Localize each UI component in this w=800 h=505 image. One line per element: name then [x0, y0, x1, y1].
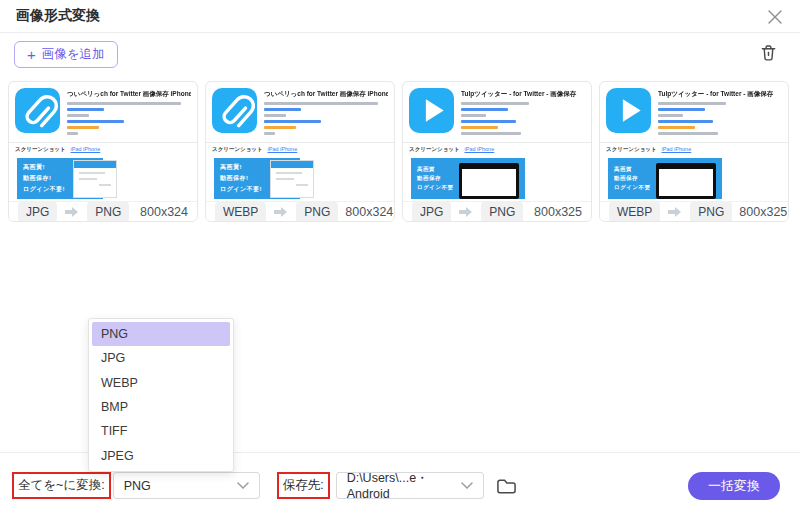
thumb-app-title: Tulpツイッター - for Twitter - 画像保存: [461, 90, 585, 99]
conversion-row: WEBP PNG 800x325: [600, 201, 788, 222]
dialog-title: 画像形式変換: [16, 7, 100, 25]
source-format-chip: JPG: [18, 202, 57, 222]
image-thumbnail: ついペリっch for Twitter 画像保存 iPhone対応 スクリーンシ…: [9, 82, 197, 201]
target-format-chip: PNG: [481, 202, 523, 222]
arrow-right-icon: [667, 206, 683, 218]
screenshot-links: iPad iPhone: [71, 146, 101, 152]
add-image-label: 画像を追加: [42, 46, 105, 63]
thumb-app-title: ついペリっch for Twitter 画像保存 iPhone対応: [264, 90, 388, 99]
toolbar: + 画像を追加: [0, 33, 800, 68]
menu-item-bmp[interactable]: BMP: [89, 395, 233, 419]
add-image-button[interactable]: + 画像を追加: [14, 41, 118, 68]
dialog-header: 画像形式変換: [0, 0, 800, 33]
source-format-chip: WEBP: [609, 202, 660, 222]
thumb-app-title: ついペリっch for Twitter 画像保存 iPhone対応: [67, 90, 191, 99]
image-format-convert-dialog: 画像形式変換 + 画像を追加: [0, 0, 800, 505]
menu-item-jpg[interactable]: JPG: [89, 346, 233, 370]
target-format-chip: PNG: [690, 202, 732, 222]
screenshot-label: スクリーンショット: [409, 146, 460, 153]
app-store-text: ついペリっch for Twitter 画像保存 iPhone対応: [264, 88, 388, 135]
menu-item-jpeg[interactable]: JPEG: [89, 443, 233, 467]
phone-mock: [73, 160, 117, 198]
trash-icon[interactable]: [759, 43, 778, 67]
image-dimensions: 800x324: [140, 205, 188, 219]
image-dimensions: 800x325: [534, 205, 582, 219]
save-to-label: 保存先:: [277, 472, 330, 499]
play-app-icon: [606, 88, 651, 133]
chevron-down-icon: [237, 482, 249, 489]
image-dimensions: 800x325: [739, 205, 787, 219]
screenshot-label: スクリーンショット: [212, 146, 263, 153]
source-format-chip: JPG: [412, 202, 451, 222]
app-store-text: ついペリっch for Twitter 画像保存 iPhone対応: [67, 88, 191, 135]
phone-mock: [270, 160, 314, 198]
image-card: ついペリっch for Twitter 画像保存 iPhone対応 スクリーンシ…: [8, 81, 198, 222]
image-card: Tulpツイッター - for Twitter - 画像保存 スクリーンショット…: [402, 81, 592, 222]
screenshot-links: iPad iPhone: [662, 146, 692, 152]
app-store-text: Tulpツイッター - for Twitter - 画像保存: [658, 88, 782, 135]
tablet-mock: [656, 163, 716, 199]
screenshot-preview: 高画質!動画保存!ログイン不要!: [210, 156, 394, 201]
source-format-chip: WEBP: [215, 202, 266, 222]
arrow-right-icon: [273, 206, 289, 218]
image-card-list: ついペリっch for Twitter 画像保存 iPhone対応 スクリーンシ…: [8, 81, 792, 222]
target-format-select[interactable]: PNG: [113, 472, 260, 499]
format-dropdown-menu: PNG JPG WEBP BMP TIFF JPEG: [88, 318, 234, 472]
batch-convert-button[interactable]: 一括変換: [688, 472, 780, 500]
tablet-mock: [459, 163, 519, 199]
convert-all-label: 全てを~に変換:: [12, 472, 111, 499]
image-card: ついペリっch for Twitter 画像保存 iPhone対応 スクリーンシ…: [205, 81, 395, 222]
conversion-row: JPG PNG 800x324: [9, 201, 197, 222]
plus-icon: +: [27, 47, 36, 62]
footer-bar: 全てを~に変換: PNG 保存先: D:\Users\...e・Android …: [0, 466, 800, 505]
image-thumbnail: Tulpツイッター - for Twitter - 画像保存 スクリーンショット…: [600, 82, 788, 201]
app-store-text: Tulpツイッター - for Twitter - 画像保存: [461, 88, 585, 135]
target-format-chip: PNG: [296, 202, 338, 222]
conversion-row: WEBP PNG 800x324: [206, 201, 394, 222]
image-card: Tulpツイッター - for Twitter - 画像保存 スクリーンショット…: [599, 81, 789, 222]
screenshot-preview: 高画質動画保存ログイン不要: [604, 156, 788, 201]
folder-icon[interactable]: [495, 476, 518, 496]
play-app-icon: [409, 88, 454, 133]
save-path-select[interactable]: D:\Users\...e・Android: [336, 472, 484, 499]
image-thumbnail: Tulpツイッター - for Twitter - 画像保存 スクリーンショット…: [403, 82, 591, 201]
target-format-chip: PNG: [87, 202, 129, 222]
menu-item-png[interactable]: PNG: [92, 322, 230, 346]
close-icon[interactable]: [766, 8, 784, 26]
paperclip-app-icon: [15, 88, 60, 133]
screenshot-links: iPad iPhone: [465, 146, 495, 152]
image-dimensions: 800x324: [345, 205, 393, 219]
thumb-app-title: Tulpツイッター - for Twitter - 画像保存: [658, 90, 782, 99]
save-path-value: D:\Users\...e・Android: [347, 470, 461, 501]
screenshot-preview: 高画質動画保存ログイン不要: [407, 156, 591, 201]
menu-item-webp[interactable]: WEBP: [89, 371, 233, 395]
image-thumbnail: ついペリっch for Twitter 画像保存 iPhone対応 スクリーンシ…: [206, 82, 394, 201]
screenshot-links: iPad iPhone: [268, 146, 298, 152]
arrow-right-icon: [64, 206, 80, 218]
arrow-right-icon: [458, 206, 474, 218]
target-format-value: PNG: [124, 479, 151, 493]
paperclip-app-icon: [212, 88, 257, 133]
screenshot-label: スクリーンショット: [15, 146, 66, 153]
conversion-row: JPG PNG 800x325: [403, 201, 591, 222]
screenshot-label: スクリーンショット: [606, 146, 657, 153]
menu-item-tiff[interactable]: TIFF: [89, 419, 233, 443]
screenshot-preview: 高画質!動画保存!ログイン不要!: [13, 156, 197, 201]
chevron-down-icon: [461, 482, 473, 489]
